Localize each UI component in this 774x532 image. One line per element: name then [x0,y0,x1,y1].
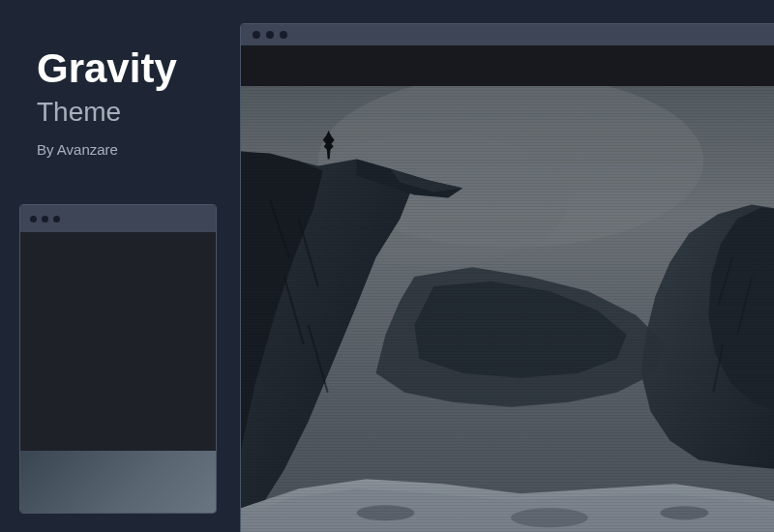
svg-point-3 [357,505,415,520]
svg-point-4 [511,508,588,527]
main-preview-window[interactable] [240,23,774,532]
window-control-dot-icon [253,31,260,39]
author-prefix: By [37,141,57,158]
main-titlebar [241,24,774,45]
theme-title: Gravity [37,46,221,91]
author-name: Avanzare [57,141,118,158]
window-control-dot-icon [42,216,48,222]
theme-author: By Avanzare [37,141,221,158]
theme-subtitle: Theme [37,97,221,128]
preview-content-image [241,86,774,532]
mountain-landscape-icon [241,86,774,532]
svg-point-5 [660,506,708,519]
window-control-dot-icon [266,31,274,39]
window-control-dot-icon [280,31,287,39]
window-control-dot-icon [30,216,37,222]
window-control-dot-icon [53,216,60,222]
preview-header-bar [241,45,774,86]
thumbnail-preview-window[interactable] [19,204,217,514]
thumbnail-image-preview [20,451,216,513]
thumbnail-titlebar [20,205,216,232]
thumbnail-content [20,232,216,513]
